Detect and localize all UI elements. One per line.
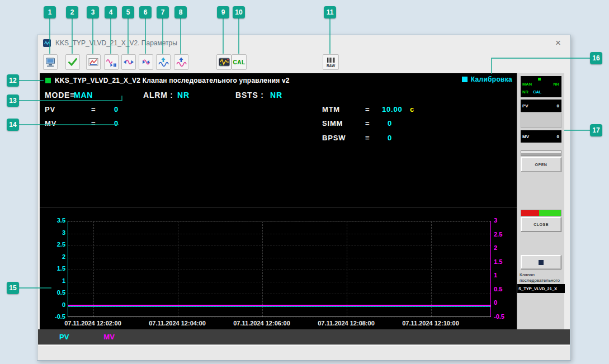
pv-label: PV — [45, 105, 55, 114]
window-titlebar[interactable]: KKS_TYP_VLVD_21_X_V2. Параметры × — [37, 35, 570, 51]
cal-button[interactable]: CAL — [232, 54, 247, 70]
bpsw-equals: = — [365, 134, 370, 142]
pv-value: 0 — [114, 105, 119, 114]
raw-label: RAW — [327, 64, 335, 68]
bsts-label: BSTS : — [235, 91, 264, 100]
simm-equals: = — [365, 119, 370, 127]
signal-compress-button[interactable] — [121, 54, 136, 70]
mv-series-line — [68, 305, 490, 306]
close-button[interactable]: × — [551, 36, 565, 50]
left-axis-tick-label: 0.5 — [41, 289, 65, 296]
alrm-value: NR — [177, 91, 190, 100]
callout-badge-11: 11 — [324, 6, 336, 18]
mtm-equals: = — [365, 105, 370, 114]
faceplate-pv-well — [521, 112, 561, 128]
callout-badge-6: 6 — [139, 6, 152, 18]
device-status-indicator — [45, 78, 51, 83]
horizontal-grid-line — [68, 221, 490, 222]
right-axis-tick-label: 3 — [494, 217, 497, 224]
calibration-status: Калибровка — [462, 75, 512, 83]
callout-badge-3: 3 — [87, 6, 99, 18]
print-button[interactable] — [43, 54, 58, 70]
signal-expand-icon — [140, 56, 152, 68]
cal-label: CAL — [233, 59, 245, 65]
oscilloscope-button[interactable] — [216, 54, 232, 70]
scale-up-button[interactable] — [156, 54, 171, 70]
bpsw-label: BPSW — [322, 134, 346, 142]
raw-button[interactable]: RAW — [323, 54, 339, 70]
raw-icon — [325, 57, 337, 63]
faceplate-panel: MAN NR NR CAL PV 0 MV 0 OPEN CLOSE Клапа… — [517, 73, 564, 329]
device-header: KKS_TYP_VLVD_21_X_V2 Клапан последовател… — [55, 77, 290, 84]
mode-label: MODE= — [45, 91, 75, 100]
faceplate-status-box: MAN NR NR CAL — [521, 76, 561, 97]
pv-equals: = — [91, 105, 96, 114]
left-axis-tick-label: 1 — [41, 277, 65, 284]
left-axis-tick-label: 2.5 — [41, 241, 65, 248]
mode-value: MAN — [74, 91, 93, 100]
callout-badge-10: 10 — [233, 6, 245, 18]
chart-image-icon — [88, 56, 99, 68]
vertical-grid-line — [178, 221, 178, 316]
horizontal-grid-line — [68, 318, 490, 318]
faceplate-pv-label: PV — [522, 103, 528, 108]
print-icon — [45, 56, 56, 68]
simm-label: SIMM — [322, 119, 343, 127]
oscilloscope-icon — [218, 56, 230, 68]
trend-pause-button[interactable] — [104, 54, 119, 70]
faceplate-device-label: Клапан последовательного — [520, 272, 563, 283]
stop-button[interactable] — [521, 255, 561, 270]
faceplate-mv-display: MV 0 — [521, 130, 561, 143]
mv-label: MV — [45, 119, 56, 127]
panel-scrollbar[interactable] — [521, 150, 561, 156]
parameters-area: KKS_TYP_VLVD_21_X_V2 Клапан последовател… — [40, 73, 517, 207]
mtm-label: MTM — [322, 105, 340, 114]
open-button[interactable]: OPEN — [521, 157, 561, 172]
bpsw-value: 0 — [388, 134, 392, 142]
legend-pv: PV — [59, 333, 69, 341]
callout-badge-9: 9 — [217, 6, 229, 18]
signal-compress-icon — [123, 56, 134, 68]
trend-chart[interactable]: 07.11.2024 12:02:0007.11.2024 12:04:0007… — [40, 207, 517, 329]
trend-plot[interactable] — [68, 221, 491, 317]
signal-expand-button[interactable] — [139, 54, 153, 70]
mtm-unit: c — [410, 105, 414, 114]
closed-range-segment — [521, 210, 539, 216]
faceplate-pv-value: 0 — [557, 103, 559, 108]
x-axis-tick-label: 07.11.2024 12:04:00 — [149, 320, 206, 327]
scale-auto-button[interactable] — [174, 54, 188, 70]
position-indicator-bar — [521, 210, 561, 216]
horizontal-grid-line — [68, 258, 490, 258]
calibration-label: Калибровка — [471, 75, 512, 83]
faceplate-pv-display: PV 0 — [521, 100, 561, 112]
scada-display: KKS_TYP_VLVD_21_X_V2 Клапан последовател… — [40, 73, 517, 329]
right-axis-tick-label: 0 — [494, 299, 497, 306]
vertical-grid-line — [93, 221, 94, 316]
vertical-grid-line — [262, 221, 263, 316]
callout-badge-12: 12 — [7, 74, 19, 87]
left-axis-tick-label: 3 — [41, 229, 65, 236]
scale-up-icon — [158, 56, 169, 68]
left-axis-tick-label: 1.5 — [41, 265, 65, 272]
simm-value: 0 — [388, 119, 392, 127]
x-axis-tick-label: 07.11.2024 12:06:00 — [233, 320, 290, 327]
faceplate-mode: MAN — [522, 82, 532, 87]
stop-icon — [539, 260, 544, 265]
left-axis-tick-label: -0.5 — [41, 313, 65, 320]
chart-image-button[interactable] — [86, 54, 101, 70]
faceplate-bsts: NR — [522, 89, 528, 94]
right-axis-tick-label: 1 — [494, 272, 497, 278]
faceplate-tag: S_TYP_VLVD_21_X — [517, 284, 565, 293]
callout-badge-7: 7 — [157, 6, 169, 18]
window-icon — [43, 39, 51, 48]
confirm-button[interactable] — [65, 54, 80, 70]
parameters-window: KKS_TYP_VLVD_21_X_V2. Параметры × CALRAW… — [37, 35, 571, 361]
x-axis-tick-label: 07.11.2024 12:02:00 — [64, 320, 121, 327]
trend-pause-icon — [106, 56, 117, 68]
close-valve-button[interactable]: CLOSE — [521, 217, 561, 232]
right-axis-tick-label: 1.5 — [494, 258, 502, 265]
window-statusbar — [38, 344, 570, 360]
right-axis-tick-label: 0.5 — [494, 286, 502, 292]
callout-badge-2: 2 — [66, 6, 78, 18]
faceplate-mv-label: MV — [522, 134, 529, 139]
